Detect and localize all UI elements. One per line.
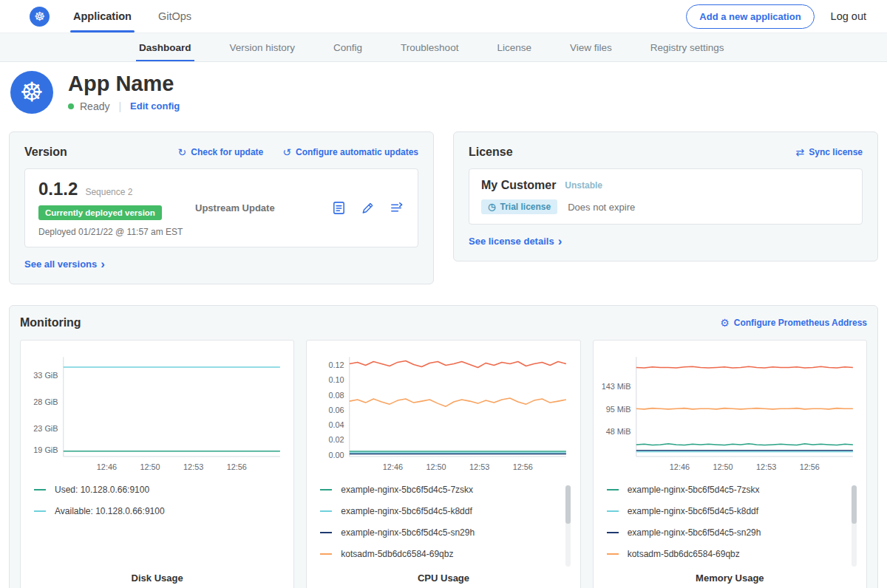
- memory-usage-chart: 143 MiB95 MiB48 MiB12:4612:5012:5312:56: [598, 349, 862, 481]
- legend-label: Used: 10.128.0.66:9100: [55, 485, 149, 495]
- tab-registry-settings[interactable]: Registry settings: [631, 33, 744, 61]
- customer-row: My Customer Unstable: [481, 179, 850, 192]
- tab-troubleshoot[interactable]: Troubleshoot: [381, 33, 478, 61]
- svg-text:0.08: 0.08: [329, 391, 344, 400]
- kubernetes-logo-icon[interactable]: ☸: [30, 7, 50, 27]
- version-card-header: Version ↻Check for update ↺Configure aut…: [24, 146, 418, 159]
- svg-text:12:50: 12:50: [426, 462, 446, 471]
- page-title: App Name: [68, 72, 180, 95]
- legend-swatch: [34, 489, 46, 490]
- divider: |: [118, 100, 121, 112]
- legend-item: example-nginx-5bc6f5d4c5-7zskx: [320, 484, 574, 496]
- upstream-update-label: Upstream Update: [195, 202, 275, 213]
- status-row: Ready | Edit config: [68, 100, 180, 112]
- chevron-right-icon: ›: [101, 258, 105, 270]
- legend-scrollbar[interactable]: [565, 485, 571, 567]
- legend-item: kotsadm-5db6dc6584-69qbz: [607, 548, 860, 560]
- wheel-icon: ☸: [34, 9, 45, 24]
- logout-link[interactable]: Log out: [831, 10, 866, 22]
- legend-item: example-nginx-5bc6f5d4c5-sn29h: [320, 527, 574, 539]
- legend-item: example-nginx-5bc6f5d4c5-7zskx: [607, 484, 860, 496]
- svg-text:28 GiB: 28 GiB: [33, 397, 58, 406]
- check-for-update-link[interactable]: ↻Check for update: [178, 147, 264, 157]
- configure-prometheus-label: Configure Prometheus Address: [734, 318, 867, 328]
- sync-license-link[interactable]: ⇄Sync license: [796, 147, 863, 157]
- tab-license[interactable]: License: [478, 33, 551, 61]
- ready-status-dot: [68, 103, 74, 109]
- legend-label: kotsadm-5db6dc6584-69qbz: [341, 549, 453, 559]
- config-values-icon[interactable]: [360, 200, 375, 216]
- topnav-right: Add a new application Log out: [686, 0, 866, 33]
- trial-license-badge: ◷Trial license: [481, 199, 557, 214]
- configure-updates-label: Configure automatic updates: [296, 147, 418, 157]
- legend-swatch: [320, 510, 332, 512]
- see-license-details-label: See license details: [469, 236, 554, 247]
- sync-license-label: Sync license: [809, 147, 863, 157]
- memory-usage-legend: example-nginx-5bc6f5d4c5-7zskxexample-ng…: [607, 484, 860, 572]
- monitoring-panels: 33 GiB28 GiB23 GiB19 GiB12:4612:5012:531…: [20, 340, 867, 588]
- sequence-label: Sequence 2: [85, 187, 132, 197]
- disk-usage-title: Disk Usage: [25, 572, 289, 584]
- release-notes-icon[interactable]: [331, 200, 347, 216]
- svg-text:12:50: 12:50: [140, 462, 160, 471]
- auto-update-icon: ↺: [282, 147, 291, 157]
- tab-view-files[interactable]: View files: [551, 33, 631, 61]
- scrollbar-thumb[interactable]: [565, 485, 571, 524]
- svg-text:12:56: 12:56: [799, 462, 819, 471]
- see-all-versions-label: See all versions: [24, 259, 97, 270]
- app-header-text: App Name Ready | Edit config: [68, 72, 180, 112]
- legend-item: example-nginx-5bc6f5d4c5-k8ddf: [607, 505, 860, 517]
- cpu-usage-panel: 0.120.100.080.060.040.020.0012:4612:5012…: [306, 340, 580, 588]
- svg-text:0.04: 0.04: [329, 420, 344, 429]
- tab-dashboard[interactable]: Dashboard: [120, 33, 211, 61]
- chevron-right-icon: ›: [558, 235, 563, 247]
- svg-text:12:46: 12:46: [383, 462, 403, 471]
- tab-gitops[interactable]: GitOps: [149, 0, 200, 33]
- add-application-button[interactable]: Add a new application: [686, 4, 814, 29]
- legend-swatch: [607, 553, 619, 555]
- topnav-tabs: Application GitOps: [64, 0, 209, 33]
- deployed-timestamp: Deployed 01/21/22 @ 11:57 am EST: [38, 227, 195, 237]
- edit-config-link[interactable]: Edit config: [130, 100, 180, 112]
- monitoring-title: Monitoring: [20, 316, 81, 329]
- legend-item: example-nginx-5bc6f5d4c5-k8ddf: [320, 505, 574, 517]
- wheel-icon: ☸: [20, 77, 44, 108]
- legend-item: kotsadm-5db6dc6584-69qbz: [320, 548, 574, 560]
- license-box: My Customer Unstable ◷Trial license Does…: [469, 168, 863, 225]
- customer-name: My Customer: [481, 179, 556, 192]
- configure-automatic-updates-link[interactable]: ↺Configure automatic updates: [282, 147, 418, 157]
- license-card-title: License: [469, 146, 513, 159]
- scrollbar-thumb[interactable]: [852, 485, 857, 524]
- legend-label: example-nginx-5bc6f5d4c5-k8ddf: [341, 506, 472, 516]
- svg-text:12:53: 12:53: [183, 462, 203, 471]
- legend-scrollbar[interactable]: [852, 485, 857, 567]
- version-card-links: ↻Check for update ↺Configure automatic u…: [178, 147, 419, 157]
- monitoring-card: Monitoring ⚙Configure Prometheus Address…: [9, 305, 878, 588]
- license-card: License ⇄Sync license My Customer Unstab…: [453, 131, 878, 261]
- tab-config[interactable]: Config: [314, 33, 381, 61]
- license-row: ◷Trial license Does not expire: [481, 199, 850, 214]
- version-action-icons: [331, 200, 404, 216]
- legend-swatch: [320, 489, 332, 490]
- tab-application[interactable]: Application: [64, 0, 140, 33]
- svg-text:48 MiB: 48 MiB: [605, 427, 631, 436]
- legend-label: example-nginx-5bc6f5d4c5-sn29h: [628, 527, 761, 538]
- clock-icon: ◷: [488, 202, 495, 212]
- disk-usage-chart: 33 GiB28 GiB23 GiB19 GiB12:4612:5012:531…: [25, 349, 289, 481]
- expiry-text: Does not expire: [568, 202, 635, 213]
- version-line: 0.1.2 Sequence 2: [38, 179, 195, 199]
- version-left: 0.1.2 Sequence 2 Currently deployed vers…: [38, 179, 195, 237]
- tab-version-history[interactable]: Version history: [211, 33, 315, 61]
- sync-icon: ⇄: [796, 147, 805, 157]
- view-diff-icon[interactable]: [389, 200, 404, 216]
- see-all-versions-link[interactable]: See all versions›: [24, 258, 105, 270]
- configure-prometheus-link[interactable]: ⚙Configure Prometheus Address: [720, 318, 867, 328]
- legend-label: example-nginx-5bc6f5d4c5-7zskx: [341, 485, 473, 495]
- channel-label: Unstable: [565, 180, 602, 191]
- legend-swatch: [607, 510, 619, 512]
- trial-license-label: Trial license: [500, 202, 551, 212]
- status-text: Ready: [80, 100, 109, 112]
- see-license-details-link[interactable]: See license details›: [469, 235, 562, 247]
- gear-icon: ⚙: [720, 318, 730, 328]
- legend-swatch: [320, 532, 332, 533]
